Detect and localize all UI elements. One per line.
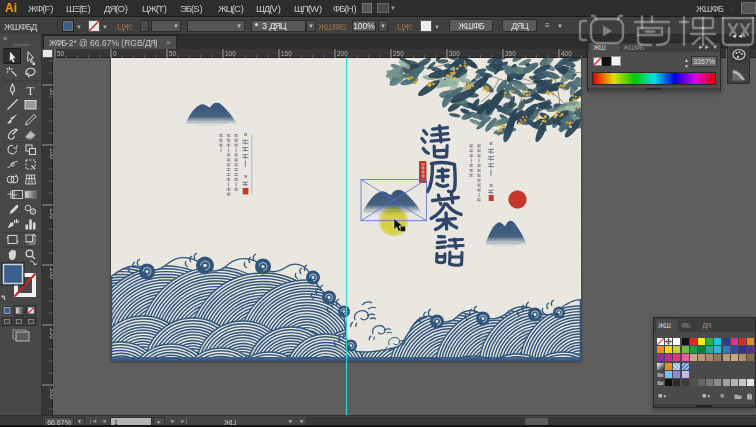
svg-text:50: 50 (169, 50, 177, 57)
svg-text:T: T (27, 83, 35, 98)
svg-text:0: 0 (113, 50, 117, 57)
svg-text:«: « (489, 140, 493, 147)
svg-text:«: « (244, 131, 248, 138)
svg-text:»: » (489, 182, 493, 189)
svg-text:»: » (244, 173, 248, 180)
svg-text:50: 50 (57, 50, 65, 57)
